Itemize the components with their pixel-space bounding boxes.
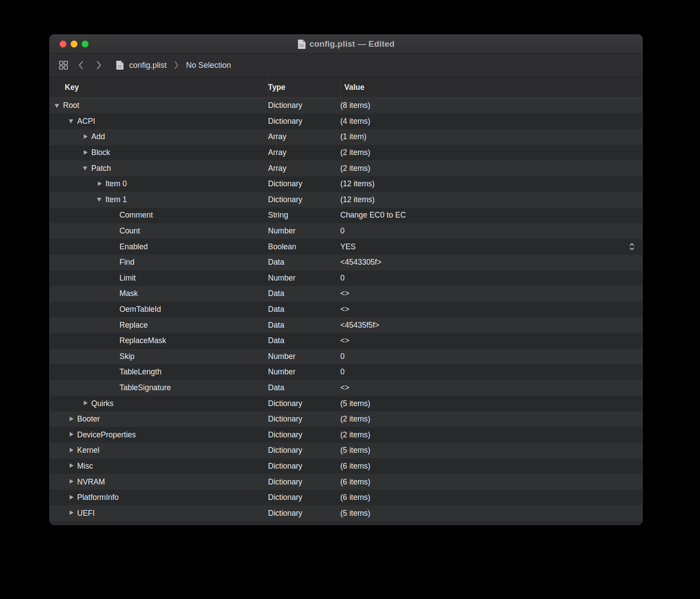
disclosure-triangle-icon[interactable] bbox=[111, 243, 119, 250]
disclosure-triangle-icon[interactable] bbox=[111, 228, 119, 235]
disclosure-triangle-icon[interactable] bbox=[82, 133, 91, 141]
disclosure-triangle-icon[interactable] bbox=[111, 322, 119, 329]
table-row[interactable]: Limit Number 0 bbox=[50, 270, 642, 286]
plist-editor-window: config.plist — Edited bbox=[49, 34, 643, 525]
disclosure-triangle-icon[interactable] bbox=[68, 462, 77, 470]
row-value: (5 items) bbox=[340, 399, 642, 408]
table-row[interactable]: Root Dictionary (8 items) bbox=[50, 98, 642, 114]
disclosure-triangle-icon[interactable] bbox=[111, 306, 119, 313]
row-type: Dictionary bbox=[268, 430, 340, 440]
table-row[interactable]: Count Number 0 bbox=[50, 223, 642, 239]
disclosure-triangle-icon[interactable] bbox=[68, 494, 77, 501]
table-row[interactable]: NVRAM Dictionary (6 items) bbox=[50, 474, 642, 490]
table-row[interactable]: Patch Array (2 items) bbox=[50, 160, 642, 176]
breadcrumb-file[interactable]: config.plist bbox=[129, 61, 167, 70]
table-row[interactable]: Item 0 Dictionary (12 items) bbox=[50, 176, 642, 192]
row-value: <> bbox=[340, 305, 642, 314]
row-type: Dictionary bbox=[268, 493, 340, 502]
row-value: (4 items) bbox=[340, 117, 642, 126]
disclosure-triangle-icon[interactable] bbox=[68, 416, 77, 423]
row-key: Misc bbox=[77, 462, 93, 471]
table-row[interactable]: ACPI Dictionary (4 items) bbox=[50, 114, 642, 129]
boolean-stepper[interactable] bbox=[629, 242, 635, 251]
column-header-type[interactable]: Type bbox=[268, 77, 340, 97]
forward-button[interactable] bbox=[92, 59, 105, 72]
column-header-value[interactable]: Value bbox=[340, 77, 642, 97]
minimize-button[interactable] bbox=[71, 41, 78, 48]
jump-bar: config.plist No Selection bbox=[50, 54, 642, 77]
disclosure-triangle-icon[interactable] bbox=[111, 353, 119, 360]
table-row[interactable]: Comment String Change EC0 to EC bbox=[50, 207, 642, 223]
row-key: Patch bbox=[91, 164, 111, 173]
row-key-cell: PlatformInfo bbox=[50, 493, 268, 502]
related-items-grid-icon bbox=[59, 60, 68, 70]
table-row[interactable]: Enabled Boolean YES bbox=[50, 239, 642, 255]
table-row[interactable]: Item 1 Dictionary (12 items) bbox=[50, 192, 642, 208]
disclosure-triangle-icon[interactable] bbox=[111, 369, 119, 376]
table-row[interactable]: Block Array (2 items) bbox=[50, 145, 642, 161]
row-key-cell: ACPI bbox=[50, 117, 268, 126]
row-value: (1 item) bbox=[340, 132, 642, 141]
disclosure-triangle-icon[interactable] bbox=[97, 196, 105, 203]
chevron-left-icon bbox=[78, 60, 84, 70]
table-row[interactable]: Skip Number 0 bbox=[50, 349, 642, 365]
disclosure-triangle-icon[interactable] bbox=[111, 212, 119, 219]
chevron-right-icon bbox=[96, 60, 102, 70]
disclosure-triangle-icon[interactable] bbox=[111, 259, 119, 266]
disclosure-triangle-icon[interactable] bbox=[111, 337, 119, 344]
table-row[interactable]: Replace Data <45435f5f> bbox=[50, 317, 642, 333]
disclosure-triangle-icon[interactable] bbox=[68, 478, 77, 485]
table-row[interactable]: Add Array (1 item) bbox=[50, 129, 642, 145]
disclosure-triangle-icon[interactable] bbox=[97, 181, 105, 188]
table-row[interactable]: PlatformInfo Dictionary (6 items) bbox=[50, 490, 642, 506]
related-items-button[interactable] bbox=[57, 59, 70, 72]
row-key-cell: Comment bbox=[50, 211, 268, 220]
table-row[interactable]: TableLength Number 0 bbox=[50, 364, 642, 380]
breadcrumb-separator-icon bbox=[174, 60, 179, 70]
table-row[interactable]: Mask Data <> bbox=[50, 286, 642, 302]
column-header-key[interactable]: Key bbox=[50, 77, 268, 97]
zoom-button[interactable] bbox=[82, 41, 89, 48]
row-value: (2 items) bbox=[340, 430, 642, 440]
disclosure-triangle-icon[interactable] bbox=[82, 149, 91, 156]
disclosure-triangle-icon[interactable] bbox=[111, 290, 119, 297]
table-row[interactable]: UEFI Dictionary (5 items) bbox=[50, 505, 642, 521]
table-row[interactable]: Kernel Dictionary (5 items) bbox=[50, 443, 642, 458]
close-button[interactable] bbox=[60, 41, 67, 48]
disclosure-triangle-icon[interactable] bbox=[54, 102, 63, 109]
disclosure-triangle-icon[interactable] bbox=[68, 447, 77, 454]
table-row[interactable]: TableSignature Data <> bbox=[50, 380, 642, 396]
disclosure-triangle-icon[interactable] bbox=[82, 400, 91, 407]
breadcrumb-document-icon bbox=[116, 60, 124, 70]
disclosure-triangle-icon[interactable] bbox=[111, 384, 119, 391]
row-type: Dictionary bbox=[268, 414, 340, 424]
table-row[interactable]: Misc Dictionary (6 items) bbox=[50, 458, 642, 474]
row-key-cell: Patch bbox=[50, 164, 268, 173]
row-key: ReplaceMask bbox=[119, 336, 166, 345]
table-row[interactable]: DeviceProperties Dictionary (2 items) bbox=[50, 427, 642, 443]
row-key-cell: Add bbox=[50, 132, 268, 141]
row-value: (5 items) bbox=[340, 446, 642, 455]
row-key-cell: UEFI bbox=[50, 509, 268, 518]
row-key-cell: Booter bbox=[50, 414, 268, 424]
table-row[interactable]: ReplaceMask Data <> bbox=[50, 333, 642, 349]
table-row[interactable]: Booter Dictionary (2 items) bbox=[50, 411, 642, 427]
table-row[interactable]: OemTableId Data <> bbox=[50, 302, 642, 318]
disclosure-triangle-icon[interactable] bbox=[68, 118, 77, 125]
table-row[interactable]: Quirks Dictionary (5 items) bbox=[50, 396, 642, 411]
row-value: (2 items) bbox=[340, 164, 642, 173]
disclosure-triangle-icon[interactable] bbox=[68, 510, 77, 517]
disclosure-triangle-icon[interactable] bbox=[111, 274, 119, 281]
row-key: Item 1 bbox=[105, 195, 127, 204]
row-key-cell: NVRAM bbox=[50, 477, 268, 487]
title-bar[interactable]: config.plist — Edited bbox=[50, 35, 642, 54]
table-row[interactable]: Find Data <4543305f> bbox=[50, 255, 642, 270]
disclosure-triangle-icon[interactable] bbox=[68, 431, 77, 438]
row-value: Change EC0 to EC bbox=[340, 211, 642, 220]
back-button[interactable] bbox=[74, 59, 88, 72]
disclosure-triangle-icon[interactable] bbox=[82, 165, 91, 172]
breadcrumb-selection[interactable]: No Selection bbox=[186, 61, 231, 70]
row-value: (2 items) bbox=[340, 414, 642, 424]
row-type: Array bbox=[268, 132, 340, 141]
row-key: Enabled bbox=[119, 242, 148, 251]
